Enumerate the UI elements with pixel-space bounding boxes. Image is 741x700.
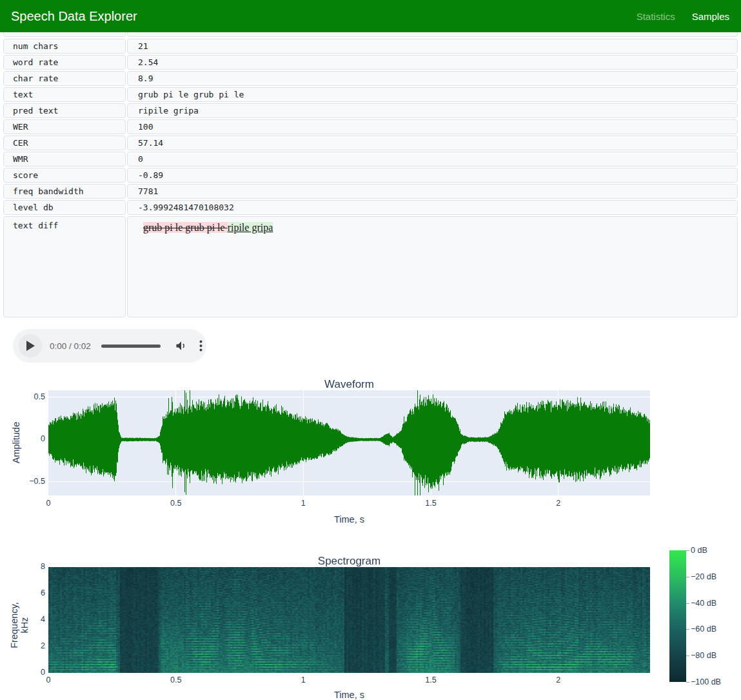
nav-samples[interactable]: Samples (692, 11, 729, 22)
table-row: pred textripile gripa (3, 103, 738, 118)
spectrogram-x-tick-label: 0 (35, 675, 61, 685)
spectrogram-y-tick-label: 6 (0, 588, 45, 597)
row-label: CER (3, 135, 126, 150)
page: Speech Data Explorer Statistics Samples … (0, 0, 741, 700)
table-row: freq bandwidth7781 (3, 184, 738, 199)
volume-button[interactable] (175, 339, 188, 352)
table-row: textgrub pi le grub pi le (3, 87, 738, 102)
row-label: score (3, 168, 126, 183)
waveform-x-tick-label: 0 (35, 499, 61, 508)
spectrogram-x-tick-label: 2 (546, 675, 571, 685)
row-value: -0.89 (127, 168, 738, 183)
waveform-y-tick-label: 0 (0, 434, 45, 443)
colorbar-tick-label: −60 dB (691, 625, 716, 634)
kebab-icon (199, 340, 203, 352)
table-row: level db-3.9992481470108032 (3, 200, 738, 215)
waveform-x-axis-label: Time, s (48, 514, 650, 525)
row-label: freq bandwidth (3, 184, 126, 199)
colorbar-tick-mark (686, 682, 689, 683)
spectrogram-y-tick-label: 8 (0, 562, 45, 571)
row-value: 100 (127, 119, 738, 134)
spectrogram-x-tick-label: 1 (290, 675, 316, 685)
table-row: char rate8.9 (3, 71, 738, 86)
app-title: Speech Data Explorer (11, 9, 137, 24)
nav-statistics[interactable]: Statistics (637, 11, 675, 22)
spectrogram-plot[interactable] (48, 567, 650, 673)
colorbar-tick-mark (686, 603, 689, 604)
table-row-text-diff: text diff grub pi le grub pi le ripile g… (3, 216, 738, 317)
text-diff-content: grub pi le grub pi le ripile gripa (138, 219, 273, 234)
waveform-x-tick-label: 1 (290, 499, 316, 508)
player-time: 0:00 / 0:02 (50, 341, 91, 351)
diff-removed-text: grub pi le grub pi le (143, 222, 228, 233)
row-value: 0 (127, 152, 738, 166)
row-value: 57.14 (127, 135, 738, 150)
seek-bar[interactable] (101, 345, 161, 348)
row-value: 2.54 (127, 55, 738, 70)
row-label: WER (3, 119, 126, 134)
table-rows: num chars21word rate2.54char rate8.9text… (3, 39, 738, 215)
spectrogram-x-axis-label: Time, s (48, 690, 650, 700)
row-label: pred text (3, 103, 126, 118)
row-value: 7781 (127, 184, 738, 199)
row-label: word rate (3, 55, 126, 70)
spectrogram-title: Spectrogram (48, 555, 650, 568)
spectrogram-y-tick-label: 4 (0, 615, 45, 624)
row-label: num chars (3, 39, 126, 54)
waveform-plot[interactable] (48, 390, 650, 495)
waveform-x-tick-label: 2 (546, 499, 571, 508)
play-button[interactable] (19, 334, 42, 357)
spectrogram-y-tick-label: 0 (0, 668, 45, 677)
colorbar-tick-label: −20 dB (691, 572, 716, 581)
colorbar-tick-mark (686, 629, 689, 630)
spectrogram-y-tick-label: 2 (0, 641, 45, 650)
waveform-x-tick-label: 0.5 (163, 499, 189, 508)
colorbar-tick-mark (686, 655, 689, 656)
row-value: grub pi le grub pi le (127, 87, 738, 102)
row-value: 21 (127, 39, 738, 54)
spectrogram-x-tick-label: 0.5 (163, 675, 189, 685)
table-row: num chars21 (3, 39, 738, 54)
waveform-y-tick-label: −0.5 (0, 477, 45, 486)
table-row: WMR0 (3, 152, 738, 166)
waveform-y-tick-label: 0.5 (0, 392, 45, 401)
row-label: WMR (3, 152, 126, 166)
row-label: level db (3, 200, 126, 215)
row-label: text (3, 87, 126, 102)
row-label: char rate (3, 71, 126, 86)
row-value: ripile gripa (127, 103, 738, 118)
colorbar-tick-label: 0 dB (691, 546, 707, 555)
metadata-table: num chars21word rate2.54char rate8.9text… (3, 28, 738, 319)
audio-player: 0:00 / 0:02 (13, 329, 206, 363)
overflow-menu-button[interactable] (199, 340, 203, 352)
spectrogram-x-tick-label: 1.5 (418, 675, 444, 685)
colorbar-tick-label: −80 dB (691, 651, 716, 660)
waveform-x-tick-label: 1.5 (418, 499, 444, 508)
waveform-title: Waveform (48, 378, 650, 391)
table-row: CER57.14 (3, 135, 738, 150)
row-value: 8.9 (127, 71, 738, 86)
colorbar-tick-label: −40 dB (691, 599, 716, 608)
table-row: word rate2.54 (3, 55, 738, 70)
table-row: score-0.89 (3, 168, 738, 183)
colorbar-tick-mark (686, 577, 689, 577)
colorbar-tick-mark (686, 550, 689, 551)
row-label: text diff (3, 216, 126, 317)
row-value: -3.9992481470108032 (127, 200, 738, 215)
table-row: WER100 (3, 119, 738, 134)
volume-icon (175, 339, 188, 352)
colorbar-tick-label: −100 dB (691, 677, 721, 686)
diff-added-text: ripile gripa (228, 222, 273, 233)
play-icon (26, 341, 35, 351)
app-nav: Statistics Samples (637, 11, 729, 22)
app-header: Speech Data Explorer Statistics Samples (0, 0, 741, 32)
colorbar (669, 550, 686, 682)
